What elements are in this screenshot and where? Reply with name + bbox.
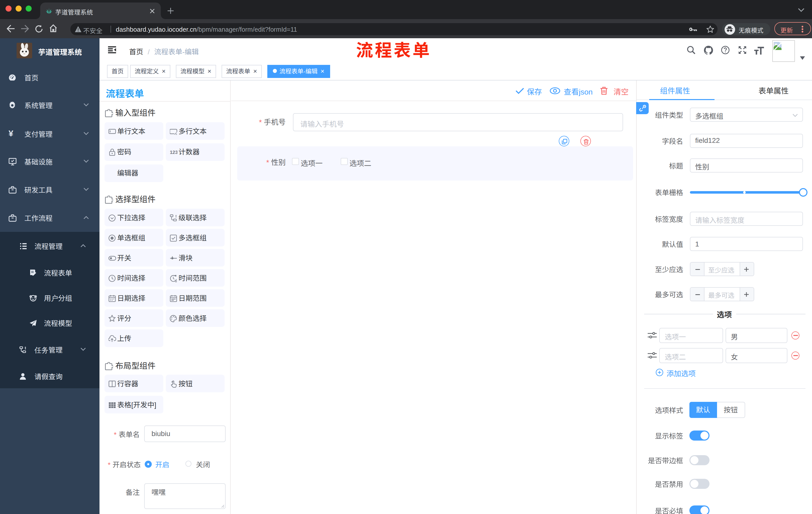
svg-text:123: 123 bbox=[170, 150, 177, 155]
